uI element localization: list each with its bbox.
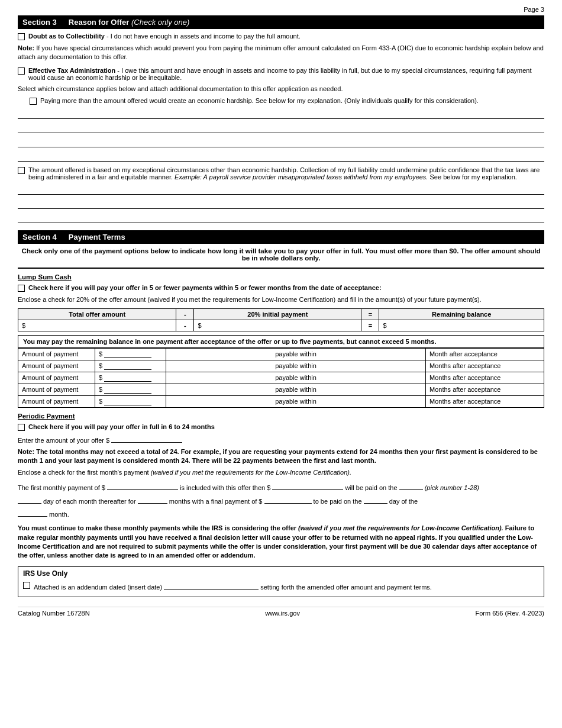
line7 [18,212,544,223]
paid-on2-field[interactable] [364,495,387,504]
payment-rows-table: Amount of payment $ payable within Month… [18,348,544,408]
payment-dollar[interactable]: $ [95,384,166,395]
section4-header: Section 4 Payment Terms [18,230,544,244]
paying-more-row: Paying more than the amount offered woul… [30,97,544,105]
payment-row: Amount of payment $ payable within Month… [18,348,544,360]
enclose-text: Enclose a check for 20% of the offer amo… [18,295,544,304]
page-number: Page 3 [18,6,544,13]
must-continue-notice: You must continue to make these monthly … [18,524,544,561]
total-offer-value[interactable]: $ [18,320,176,331]
periodic-check-row: Check here if you will pay your offer in… [18,423,544,431]
payment-dollar[interactable]: $ [95,360,166,372]
section3-area: Doubt as to Collectibility - I do not ha… [18,33,544,223]
payment-payable: payable within [166,372,426,384]
payment-dollar[interactable]: $ [95,372,166,384]
line3 [18,137,544,147]
footer-website: www.irs.gov [265,610,300,617]
payment-row: Amount of payment $ payable within Month… [18,360,544,372]
final-payment-field[interactable] [264,495,312,504]
exceptional-checkbox[interactable] [18,167,25,174]
section3-header: Section 3 Reason for Offer (Check only o… [18,15,544,29]
payment-payable: payable within [166,395,426,407]
periodic-title: Periodic Payment [18,413,544,420]
day-month-line: day of each month thereafter for months … [18,495,544,506]
effective-tax-checkbox[interactable] [18,67,25,75]
payment-payable: payable within [166,348,426,360]
payment-timing: Months after acceptance [426,360,544,372]
paying-more-text: Paying more than the amount offered woul… [40,97,479,104]
payment-row: Amount of payment $ payable within Month… [18,395,544,407]
payment-timing: Months after acceptance [426,384,544,395]
lump-check-checkbox[interactable] [18,285,25,292]
lump-check-text: Check here if you will pay your offer in… [28,284,382,291]
payment-label: Amount of payment [18,348,95,360]
irs-use-text: Attached is an addendum dated (insert da… [34,584,162,591]
section4-label: Section 4 [22,233,57,241]
exceptional-row: The amount offered is based on my except… [18,166,544,181]
initial-payment-value[interactable]: $ [194,320,361,331]
offer-amount-field[interactable] [111,434,182,443]
col-remaining: Remaining balance [379,308,544,320]
section4-area: Check only one of the payment options be… [18,247,544,561]
line2 [18,123,544,133]
irs-use-box: IRS Use Only Attached is an addendum dat… [18,566,544,597]
section3-note: Note: If you have special circumstances … [18,44,544,62]
payment-row: Amount of payment $ payable within Month… [18,372,544,384]
then-amount-field[interactable] [272,482,343,490]
payment-row: Amount of payment $ payable within Month… [18,384,544,395]
payment-label: Amount of payment [18,360,95,372]
payment-label: Amount of payment [18,372,95,384]
payment-label: Amount of payment [18,395,95,407]
col-total-offer: Total offer amount [18,308,176,320]
minus-cell: - [176,320,194,331]
payment-payable: payable within [166,384,426,395]
payment-payable: payable within [166,360,426,372]
lump-check-row: Check here if you will pay your offer in… [18,284,544,292]
periodic-check-text: Check here if you will pay your offer in… [28,423,215,430]
irs-use-row: Attached is an addendum dated (insert da… [23,581,539,591]
periodic-note: Note: The total months may not exceed a … [18,447,544,466]
payment-timing: Months after acceptance [426,372,544,384]
exceptional-see: See below for my explanation. [430,173,517,181]
effective-tax-row: Effective Tax Administration - I owe thi… [18,67,544,81]
divider1 [18,268,544,269]
paying-more-checkbox[interactable] [30,98,37,105]
line6 [18,198,544,209]
month-line: month. [18,508,544,519]
payment-dollar[interactable]: $ [95,395,166,407]
first-monthly-line: The first monthly payment of $ is includ… [18,482,544,492]
line4 [18,151,544,162]
doubt-collectibility-checkbox[interactable] [18,33,25,40]
months-field[interactable] [138,495,167,504]
equals-cell: = [361,320,379,331]
payment-table: Total offer amount - 20% initial payment… [18,308,544,331]
enter-amount-row: Enter the amount of your offer $ [18,434,544,445]
effective-tax-label: Effective Tax Administration [28,67,115,74]
col-20pct: 20% initial payment [194,308,361,320]
irs-use-checkbox[interactable] [23,582,30,589]
section3-title: Reason for Offer (Check only one) [69,18,189,27]
doubt-collectibility-label: Doubt as to Collectibility [28,33,105,40]
exceptional-italic: Example: A payroll service provider misa… [175,173,428,181]
paid-on-field[interactable] [399,482,423,490]
irs-use-title: IRS Use Only [23,569,539,578]
lump-sum-title: Lump Sum Cash [18,273,544,281]
remaining-balance-value[interactable]: $ [379,320,544,331]
payment-dollar[interactable]: $ [95,348,166,360]
footer: Catalog Number 16728N www.irs.gov Form 6… [18,607,544,617]
notice-row: You may pay the remaining balance in one… [18,335,544,348]
day-field[interactable] [18,495,41,504]
line1 [18,108,544,119]
col-equals1: = [361,308,379,320]
line5 [18,184,544,195]
month-field[interactable] [18,508,47,517]
footer-catalog: Catalog Number 16728N [18,610,90,617]
payment-instruction: Check only one of the payment options be… [18,247,544,262]
irs-date-field[interactable] [164,581,259,590]
doubt-collectibility-row: Doubt as to Collectibility - I do not ha… [18,33,544,40]
select-circumstance-text: Select which circumstance applies below … [18,85,544,94]
irs-use-text2: setting forth the amended offer amount a… [260,584,432,591]
first-monthly-field[interactable] [107,482,178,490]
payment-timing: Months after acceptance [426,395,544,407]
periodic-checkbox[interactable] [18,424,25,431]
